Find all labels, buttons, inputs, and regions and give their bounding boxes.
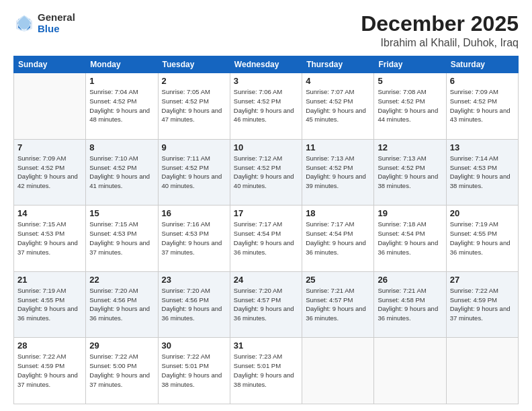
table-row: 4 Sunrise: 7:07 AM Sunset: 4:52 PM Dayli… [302,73,374,140]
logo: General Blue [13,12,75,34]
daylight-label: Daylight: 9 hours and 41 minutes. [89,173,150,189]
day-info: Sunrise: 7:15 AM Sunset: 4:53 PM Dayligh… [89,220,154,257]
day-info: Sunrise: 7:04 AM Sunset: 4:52 PM Dayligh… [89,87,154,124]
sunset-label: Sunset: 4:53 PM [162,230,209,237]
daylight-label: Daylight: 9 hours and 39 minutes. [306,173,366,189]
sunset-label: Sunset: 4:55 PM [17,296,64,304]
header: General Blue December 2025 Ibrahim al Kh… [13,12,519,49]
day-number: 7 [17,142,82,152]
day-number: 5 [378,76,442,86]
daylight-label: Daylight: 9 hours and 37 minutes. [162,239,222,256]
daylight-label: Daylight: 9 hours and 36 minutes. [234,239,294,256]
page: General Blue December 2025 Ibrahim al Kh… [0,0,532,411]
sunset-label: Sunset: 4:57 PM [306,296,353,304]
sunset-label: Sunset: 4:52 PM [306,97,353,105]
col-sunday: Sunday [14,56,86,73]
table-row: 28 Sunrise: 7:22 AM Sunset: 4:59 PM Dayl… [14,338,86,404]
day-info: Sunrise: 7:17 AM Sunset: 4:54 PM Dayligh… [306,220,370,257]
calendar-week-row: 7 Sunrise: 7:09 AM Sunset: 4:52 PM Dayli… [14,139,519,205]
sunset-label: Sunset: 4:53 PM [89,230,136,237]
day-number: 20 [450,208,515,218]
day-info: Sunrise: 7:09 AM Sunset: 4:52 PM Dayligh… [17,154,82,191]
table-row [14,73,86,140]
sunset-label: Sunset: 4:52 PM [89,97,136,105]
sunset-label: Sunset: 5:01 PM [234,362,281,369]
logo-icon [13,13,35,34]
sunrise-label: Sunrise: 7:13 AM [378,154,426,162]
sunrise-label: Sunrise: 7:22 AM [17,353,66,360]
day-number: 6 [450,76,515,86]
table-row: 18 Sunrise: 7:17 AM Sunset: 4:54 PM Dayl… [302,205,374,272]
logo-text: General Blue [38,12,75,34]
table-row: 11 Sunrise: 7:13 AM Sunset: 4:52 PM Dayl… [302,139,374,205]
location-title: Ibrahim al Khalil, Duhok, Iraq [361,37,519,49]
day-info: Sunrise: 7:08 AM Sunset: 4:52 PM Dayligh… [378,87,442,124]
day-number: 22 [89,275,154,285]
day-number: 15 [89,208,154,218]
sunset-label: Sunset: 5:01 PM [162,362,209,369]
daylight-label: Daylight: 9 hours and 36 minutes. [378,305,438,322]
table-row: 14 Sunrise: 7:15 AM Sunset: 4:53 PM Dayl… [14,205,86,272]
day-number: 21 [17,275,82,285]
col-monday: Monday [86,56,158,73]
daylight-label: Daylight: 9 hours and 42 minutes. [17,173,78,189]
day-info: Sunrise: 7:19 AM Sunset: 4:55 PM Dayligh… [17,286,82,323]
daylight-label: Daylight: 9 hours and 47 minutes. [162,107,222,124]
day-number: 2 [162,76,226,86]
daylight-label: Daylight: 9 hours and 36 minutes. [306,305,366,322]
logo-general-text: General [38,12,75,24]
daylight-label: Daylight: 9 hours and 36 minutes. [378,239,438,256]
sunset-label: Sunset: 4:54 PM [306,230,353,237]
daylight-label: Daylight: 9 hours and 36 minutes. [17,305,78,322]
daylight-label: Daylight: 9 hours and 37 minutes. [89,239,150,256]
calendar-week-row: 1 Sunrise: 7:04 AM Sunset: 4:52 PM Dayli… [14,73,519,140]
day-number: 24 [234,275,298,285]
table-row: 3 Sunrise: 7:06 AM Sunset: 4:52 PM Dayli… [230,73,302,140]
sunset-label: Sunset: 4:58 PM [378,296,425,304]
sunrise-label: Sunrise: 7:04 AM [89,88,138,95]
sunrise-label: Sunrise: 7:09 AM [450,88,498,95]
table-row: 27 Sunrise: 7:22 AM Sunset: 4:59 PM Dayl… [446,271,518,338]
table-row: 13 Sunrise: 7:14 AM Sunset: 4:53 PM Dayl… [446,139,518,205]
day-number: 26 [378,275,442,285]
sunrise-label: Sunrise: 7:14 AM [450,154,498,162]
table-row: 25 Sunrise: 7:21 AM Sunset: 4:57 PM Dayl… [302,271,374,338]
day-info: Sunrise: 7:22 AM Sunset: 4:59 PM Dayligh… [450,286,515,323]
table-row: 24 Sunrise: 7:20 AM Sunset: 4:57 PM Dayl… [230,271,302,338]
day-info: Sunrise: 7:07 AM Sunset: 4:52 PM Dayligh… [306,87,370,124]
day-info: Sunrise: 7:20 AM Sunset: 4:57 PM Dayligh… [234,286,298,323]
month-title: December 2025 [361,12,519,36]
day-info: Sunrise: 7:20 AM Sunset: 4:56 PM Dayligh… [89,286,154,323]
day-number: 18 [306,208,370,218]
table-row: 26 Sunrise: 7:21 AM Sunset: 4:58 PM Dayl… [374,271,446,338]
day-number: 17 [234,208,298,218]
table-row: 16 Sunrise: 7:16 AM Sunset: 4:53 PM Dayl… [158,205,230,272]
sunrise-label: Sunrise: 7:22 AM [89,353,138,360]
table-row: 2 Sunrise: 7:05 AM Sunset: 4:52 PM Dayli… [158,73,230,140]
sunrise-label: Sunrise: 7:13 AM [306,154,354,162]
sunrise-label: Sunrise: 7:10 AM [89,154,138,162]
day-number: 1 [89,76,154,86]
sunrise-label: Sunrise: 7:16 AM [162,220,210,228]
day-number: 27 [450,275,515,285]
sunset-label: Sunset: 4:52 PM [162,164,209,171]
daylight-label: Daylight: 9 hours and 38 minutes. [234,371,294,388]
day-info: Sunrise: 7:11 AM Sunset: 4:52 PM Dayligh… [162,154,226,191]
sunrise-label: Sunrise: 7:12 AM [234,154,282,162]
sunrise-label: Sunrise: 7:22 AM [450,287,498,294]
table-row: 29 Sunrise: 7:22 AM Sunset: 5:00 PM Dayl… [86,338,158,404]
daylight-label: Daylight: 9 hours and 37 minutes. [17,239,78,256]
sunset-label: Sunset: 4:54 PM [234,230,281,237]
col-thursday: Thursday [302,56,374,73]
day-info: Sunrise: 7:18 AM Sunset: 4:54 PM Dayligh… [378,220,442,257]
sunrise-label: Sunrise: 7:08 AM [378,88,426,95]
table-row: 23 Sunrise: 7:20 AM Sunset: 4:56 PM Dayl… [158,271,230,338]
daylight-label: Daylight: 9 hours and 38 minutes. [162,371,222,388]
table-row: 6 Sunrise: 7:09 AM Sunset: 4:52 PM Dayli… [446,73,518,140]
day-number: 19 [378,208,442,218]
table-row: 5 Sunrise: 7:08 AM Sunset: 4:52 PM Dayli… [374,73,446,140]
day-info: Sunrise: 7:09 AM Sunset: 4:52 PM Dayligh… [450,87,515,124]
day-number: 16 [162,208,226,218]
day-info: Sunrise: 7:20 AM Sunset: 4:56 PM Dayligh… [162,286,226,323]
table-row: 15 Sunrise: 7:15 AM Sunset: 4:53 PM Dayl… [86,205,158,272]
